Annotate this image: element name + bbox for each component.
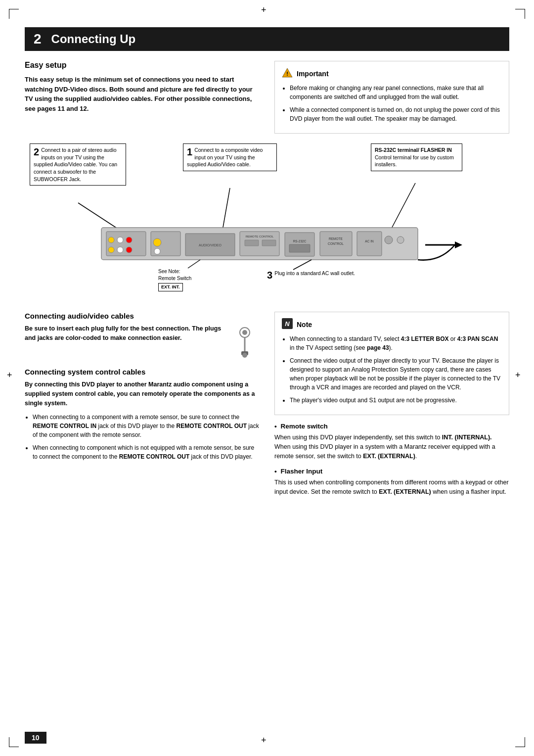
remote-switch-label: Remote Switch: [158, 276, 191, 281]
connecting-audio-section: Connecting audio/video cables Be sure to…: [25, 312, 260, 360]
flasher-input-title: • Flasher Input: [274, 468, 509, 475]
svg-point-14: [153, 238, 161, 246]
svg-point-10: [126, 237, 132, 243]
chapter-title: Connecting Up: [51, 32, 136, 46]
remote-switch-see-note: See Note:: [158, 269, 180, 274]
svg-rect-24: [289, 244, 310, 252]
svg-point-12: [117, 247, 123, 253]
chapter-header: 2 Connecting Up: [25, 27, 509, 51]
cross-bottom: [263, 739, 271, 747]
easy-setup-title: Easy setup: [25, 61, 260, 70]
important-bullet-1: Before making or changing any rear panel…: [290, 84, 502, 101]
svg-text:REMOTE CONTROL: REMOTE CONTROL: [246, 235, 274, 238]
svg-point-40: [242, 353, 247, 358]
diagram-area: 2 Connect to a pair of stereo audio inpu…: [25, 143, 509, 302]
ext-int-label: EXT. INT.: [158, 283, 183, 291]
note-header: N Note: [282, 318, 502, 331]
important-bullets: Before making or changing any rear panel…: [282, 84, 502, 123]
rs232-body: Control terminal for use by custom insta…: [375, 154, 454, 168]
note-bullets: When connecting to a standard TV, select…: [282, 334, 502, 405]
chapter-number: 2: [34, 31, 42, 47]
svg-point-9: [117, 237, 123, 243]
connecting-system-body: By connecting this DVD player to another…: [25, 380, 260, 408]
cross-right: [517, 374, 525, 382]
important-section: ! Important Before making or changing an…: [274, 61, 509, 134]
svg-rect-20: [245, 240, 259, 246]
svg-point-37: [242, 330, 247, 335]
remote-switch-title: • Remote switch: [274, 423, 509, 430]
svg-text:RS-232C: RS-232C: [293, 239, 307, 243]
svg-text:REMOTE: REMOTE: [329, 237, 343, 240]
page-number: 10: [25, 732, 46, 744]
svg-marker-35: [455, 241, 462, 248]
important-title: Important: [297, 70, 329, 78]
svg-line-3: [222, 188, 230, 230]
connecting-audio-title: Connecting audio/video cables: [25, 312, 260, 320]
note-bullet-1: When connecting to a standard TV, select…: [290, 334, 502, 352]
connecting-system-bullets: When connecting to a component with a re…: [25, 413, 260, 461]
bottom-right: N Note When connecting to a standard TV,…: [274, 312, 509, 502]
corner-mark-tl: [9, 9, 19, 19]
svg-line-4: [391, 183, 415, 230]
svg-point-8: [108, 237, 114, 243]
remote-switch-body: When using this DVD player independently…: [274, 433, 509, 461]
bottom-section: Connecting audio/video cables Be sure to…: [25, 312, 509, 502]
easy-setup-text: This easy setup is the minimum set of co…: [25, 76, 253, 112]
diagram-svg: 2 Connect to a pair of stereo audio inpu…: [25, 143, 509, 302]
important-header: ! Important: [282, 67, 502, 80]
svg-text:!: !: [286, 71, 288, 77]
note-icon: N: [282, 318, 293, 331]
svg-rect-28: [357, 232, 382, 256]
svg-point-13: [126, 247, 132, 253]
corner-mark-br: [515, 737, 525, 747]
corner-mark-bl: [9, 737, 19, 747]
svg-point-11: [108, 247, 114, 253]
cable-icon: [232, 327, 260, 360]
connecting-system-section: Connecting system control cables By conn…: [25, 368, 260, 461]
svg-line-32: [188, 260, 200, 268]
system-bullet-2: When connecting to component which is no…: [33, 443, 260, 461]
connecting-audio-body: Be sure to insert each plug fully for th…: [25, 324, 227, 343]
remote-switch-section: • Remote switch When using this DVD play…: [274, 423, 509, 461]
easy-setup-section: Easy setup This easy setup is the minimu…: [25, 61, 260, 134]
svg-text:AUDIO/VIDEO: AUDIO/VIDEO: [199, 243, 222, 247]
step3-label: Plug into a standard AC wall outlet.: [274, 270, 355, 276]
bottom-left: Connecting audio/video cables Be sure to…: [25, 312, 260, 502]
svg-text:N: N: [285, 320, 290, 328]
note-title: Note: [297, 321, 312, 329]
corner-mark-tr: [515, 9, 525, 19]
warning-icon: !: [282, 67, 293, 80]
svg-text:AC IN: AC IN: [365, 239, 374, 243]
svg-point-30: [385, 236, 393, 244]
connecting-audio-content: Be sure to insert each plug fully for th…: [25, 324, 260, 360]
easy-setup-body: This easy setup is the minimum set of co…: [25, 75, 260, 113]
svg-text:CONTROL: CONTROL: [328, 242, 344, 245]
svg-point-31: [397, 236, 404, 243]
main-content: Easy setup This easy setup is the minimu…: [25, 51, 509, 502]
cross-top: [263, 9, 271, 17]
svg-line-33: [293, 260, 312, 270]
flasher-input-body: This is used when controlling components…: [274, 478, 509, 497]
connecting-system-title: Connecting system control cables: [25, 368, 260, 376]
step1-label: Connect to a composite video input on yo…: [187, 147, 263, 167]
important-box: ! Important Before making or changing an…: [274, 61, 509, 134]
important-bullet-2: While a connected component is turned on…: [290, 105, 502, 123]
rs232-title: RS-232C terminal/ FLASHER IN: [375, 147, 452, 153]
svg-point-15: [154, 248, 160, 254]
note-box: N Note When connecting to a standard TV,…: [274, 312, 509, 415]
cross-left: [9, 374, 17, 382]
top-section: Easy setup This easy setup is the minimu…: [25, 61, 509, 134]
note-bullet-2: Connect the video output of the player d…: [290, 356, 502, 392]
note-bullet-3: The player's video output and S1 output …: [290, 396, 502, 405]
system-bullet-1: When connecting to a component with a re…: [33, 413, 260, 439]
flasher-input-section: • Flasher Input This is used when contro…: [274, 468, 509, 497]
svg-rect-21: [262, 240, 276, 246]
step2-label: Connect to a pair of stereo audio inputs…: [34, 147, 117, 182]
